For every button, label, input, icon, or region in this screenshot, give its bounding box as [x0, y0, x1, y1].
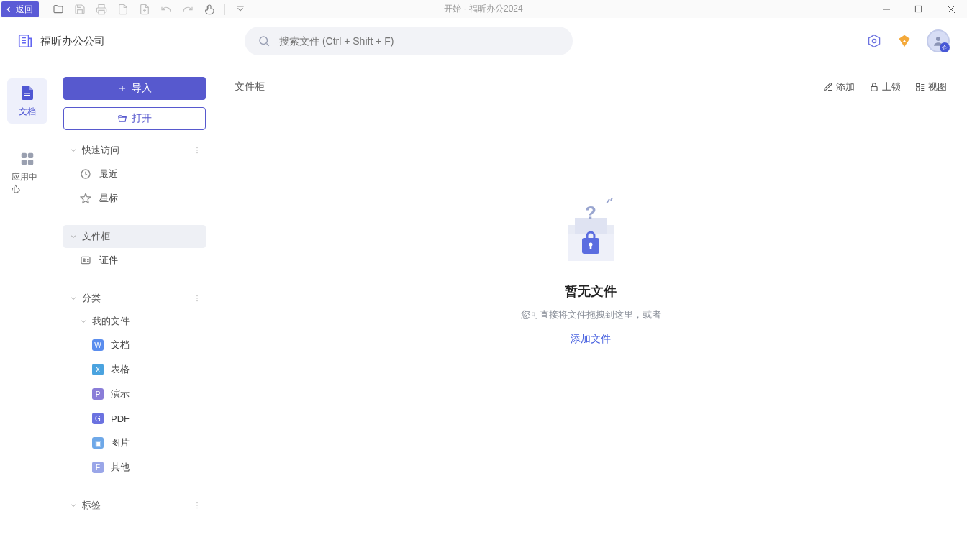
toolbar-separator	[224, 4, 225, 15]
cat-pdf-label: PDF	[111, 413, 130, 424]
sub-my-files[interactable]: 我的文件	[63, 310, 206, 333]
company-icon	[17, 33, 33, 49]
svg-rect-8	[24, 95, 30, 96]
open-button[interactable]: 打开	[63, 107, 206, 130]
import-button[interactable]: 导入	[63, 77, 206, 100]
back-label: 返回	[16, 4, 33, 16]
empty-illustration: ?	[555, 198, 627, 270]
sub-my-files-label: 我的文件	[92, 315, 130, 328]
svg-rect-25	[871, 86, 877, 91]
tool-add[interactable]: 添加	[823, 81, 855, 93]
back-button[interactable]: 返回	[1, 1, 39, 17]
user-avatar[interactable]: 企	[927, 29, 950, 52]
empty-add-link[interactable]: 添加文件	[571, 333, 611, 346]
svg-rect-7	[24, 93, 30, 94]
item-recent[interactable]: 最近	[63, 162, 206, 186]
item-starred[interactable]: 星标	[63, 186, 206, 211]
svg-rect-27	[917, 88, 920, 91]
svg-point-18	[83, 259, 86, 261]
cat-other-label: 其他	[111, 461, 130, 474]
cat-pres[interactable]: P演示	[63, 382, 206, 406]
avatar-badge: 企	[940, 42, 950, 52]
cat-sheets[interactable]: X表格	[63, 357, 206, 382]
minimize-button[interactable]	[870, 0, 902, 18]
more-icon[interactable]	[193, 146, 201, 155]
search-bar[interactable]	[245, 27, 573, 55]
cat-other[interactable]: F其他	[63, 455, 206, 479]
open-label: 打开	[132, 112, 152, 125]
maximize-button[interactable]	[902, 0, 935, 18]
sheet-type-icon: X	[92, 364, 104, 375]
window-title: 开始 - 福昕办公2024	[444, 3, 522, 15]
more-icon[interactable]	[193, 501, 201, 510]
tool-view-label: 视图	[928, 81, 947, 93]
svg-rect-11	[22, 160, 27, 165]
search-icon	[258, 35, 271, 47]
tool-lock-label: 上锁	[882, 81, 901, 93]
svg-point-19	[196, 295, 198, 297]
other-type-icon: F	[92, 462, 104, 473]
chevron-down-icon	[69, 294, 78, 303]
svg-rect-35	[590, 245, 592, 249]
svg-point-6	[936, 37, 940, 41]
search-input[interactable]	[279, 35, 560, 47]
rail-documents[interactable]: 文档	[7, 78, 47, 124]
rail-documents-label: 文档	[19, 106, 36, 118]
empty-title: 暂无文件	[565, 283, 617, 300]
cat-images-label: 图片	[111, 436, 130, 449]
apps-icon	[19, 151, 35, 167]
cat-images[interactable]: ▣图片	[63, 431, 206, 455]
document-icon	[19, 84, 36, 101]
tool-view[interactable]: 视图	[915, 81, 947, 93]
settings-icon[interactable]	[866, 33, 882, 49]
more-icon[interactable]	[193, 294, 201, 303]
item-certificates-label: 证件	[99, 254, 118, 267]
title-bar: 返回 开始 - 福昕办公2024	[0, 0, 967, 18]
nav-rail: 文档 应用中心	[0, 64, 55, 560]
rail-app-center[interactable]: 应用中心	[7, 145, 47, 201]
chevron-down-icon	[69, 501, 78, 510]
svg-rect-26	[917, 83, 920, 86]
back-arrow-icon	[4, 5, 13, 14]
cat-pdf[interactable]: GPDF	[63, 406, 206, 431]
folder-open-icon	[117, 114, 127, 124]
dropdown-more-icon[interactable]	[230, 0, 251, 18]
star-icon	[79, 193, 92, 204]
plus-icon	[117, 83, 127, 93]
tool-add-label: 添加	[836, 81, 855, 93]
side-panel: 导入 打开 快速访问 最近 星标 文件柜 证件 分类	[55, 64, 214, 560]
main-title: 文件柜	[235, 81, 265, 93]
new-file-2-icon	[134, 0, 155, 18]
svg-text:?: ?	[585, 202, 596, 224]
tool-lock[interactable]: 上锁	[869, 81, 901, 93]
window-controls	[870, 0, 967, 18]
section-category-label: 分类	[82, 292, 101, 305]
item-certificates[interactable]: 证件	[63, 248, 206, 272]
main-header: 文件柜 添加 上锁 视图	[235, 77, 947, 97]
section-category[interactable]: 分类	[63, 287, 206, 310]
id-card-icon	[79, 254, 92, 266]
close-button[interactable]	[935, 0, 967, 18]
svg-point-15	[196, 152, 198, 154]
section-cabinet[interactable]: 文件柜	[63, 225, 206, 248]
section-cabinet-label: 文件柜	[82, 230, 110, 243]
empty-state: ? 暂无文件 您可直接将文件拖拽到这里，或者 添加文件	[235, 198, 947, 346]
app-header: 福昕办公公司 企	[0, 18, 967, 64]
svg-rect-10	[28, 153, 33, 158]
edit-add-icon	[823, 82, 833, 92]
section-quick-label: 快速访问	[82, 144, 119, 157]
svg-point-20	[196, 298, 198, 299]
empty-description: 您可直接将文件拖拽到这里，或者	[521, 308, 661, 321]
section-quick-access[interactable]: 快速访问	[63, 139, 206, 162]
touch-icon[interactable]	[199, 0, 220, 18]
vip-icon[interactable]	[896, 33, 912, 49]
cat-docs[interactable]: W文档	[63, 333, 206, 357]
section-tags[interactable]: 标签	[63, 494, 206, 517]
chevron-down-icon	[79, 317, 88, 326]
image-type-icon: ▣	[92, 437, 104, 449]
main-content: 文件柜 添加 上锁 视图 ? 暂无文件	[214, 64, 967, 560]
svg-rect-9	[22, 153, 27, 158]
open-folder-icon[interactable]	[47, 0, 69, 18]
brand: 福昕办公公司	[17, 33, 233, 49]
lock-icon	[869, 82, 879, 92]
